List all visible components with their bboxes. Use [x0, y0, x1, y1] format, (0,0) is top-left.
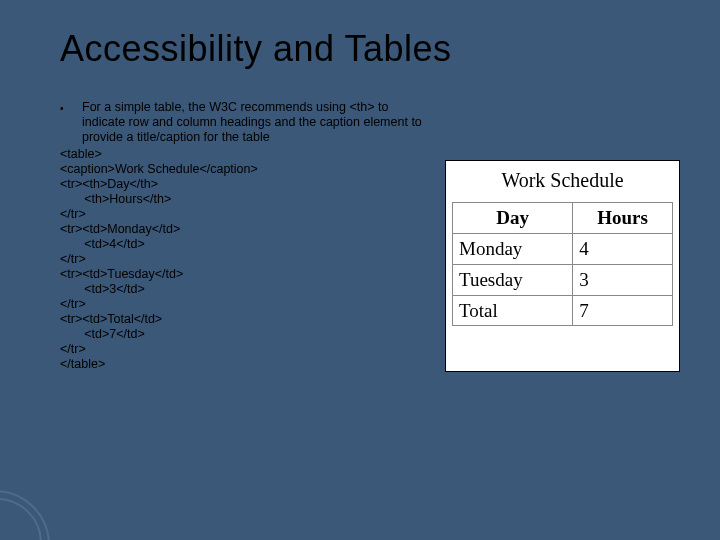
table-row: Total 7 [453, 295, 673, 326]
code-line: <tr><th>Day</th> [60, 177, 158, 191]
slide-title: Accessibility and Tables [60, 28, 680, 70]
content-row: • For a simple table, the W3C recommends… [60, 100, 680, 372]
table-cell-hours: 7 [573, 295, 673, 326]
table-header-day: Day [453, 203, 573, 234]
rendered-table-example: Work Schedule Day Hours Monday 4 Tuesday… [445, 160, 680, 372]
bullet-marker: • [60, 100, 82, 117]
table-caption: Work Schedule [452, 169, 673, 192]
code-line: <caption>Work Schedule</caption> [60, 162, 258, 176]
example-table: Day Hours Monday 4 Tuesday 3 Total 7 [452, 202, 673, 326]
code-line: <tr><td>Tuesday</td> [60, 267, 183, 281]
code-line: </tr> [60, 252, 86, 266]
table-row: Tuesday 3 [453, 264, 673, 295]
table-cell-day: Monday [453, 233, 573, 264]
slide: Accessibility and Tables • For a simple … [0, 0, 720, 540]
code-line: <tr><td>Total</td> [60, 312, 162, 326]
table-header-row: Day Hours [453, 203, 673, 234]
code-line: </tr> [60, 297, 86, 311]
code-line: <th>Hours</th> [60, 192, 171, 206]
code-line: <td>3</td> [60, 282, 145, 296]
code-line: <td>4</td> [60, 237, 145, 251]
code-line: <table> [60, 147, 102, 161]
table-row: Monday 4 [453, 233, 673, 264]
corner-decoration [0, 480, 60, 540]
table-cell-day: Tuesday [453, 264, 573, 295]
code-line: <tr><td>Monday</td> [60, 222, 180, 236]
table-cell-hours: 3 [573, 264, 673, 295]
table-cell-hours: 4 [573, 233, 673, 264]
code-line: </tr> [60, 342, 86, 356]
code-line: <td>7</td> [60, 327, 145, 341]
bullet-item: • For a simple table, the W3C recommends… [60, 100, 425, 145]
code-line: </tr> [60, 207, 86, 221]
code-line: </table> [60, 357, 105, 371]
text-column: • For a simple table, the W3C recommends… [60, 100, 425, 372]
table-cell-day: Total [453, 295, 573, 326]
table-header-hours: Hours [573, 203, 673, 234]
bullet-text: For a simple table, the W3C recommends u… [82, 100, 425, 145]
code-block: <table> <caption>Work Schedule</caption>… [60, 147, 425, 372]
